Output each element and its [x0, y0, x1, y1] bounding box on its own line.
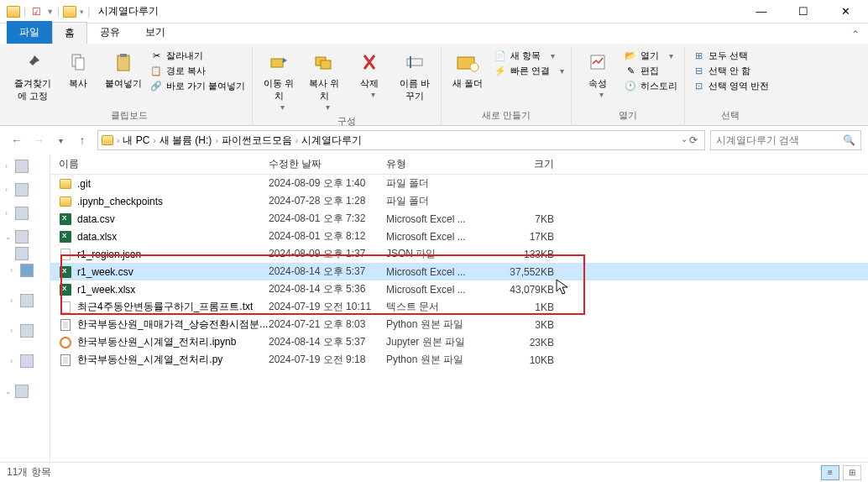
file-row[interactable]: r1_region.json2024-08-09 오후 1:37JSON 파일1…	[50, 245, 868, 263]
py-icon	[59, 354, 72, 367]
file-type: Python 원본 파일	[386, 353, 495, 367]
pin-to-quick-access-button[interactable]: 즐겨찾기에 고정	[12, 47, 54, 104]
column-header-name[interactable]: 이름	[50, 157, 269, 171]
file-date: 2024-07-19 오전 9:18	[269, 353, 386, 367]
nav-item[interactable]: ›	[2, 292, 48, 309]
nav-item[interactable]: ›	[2, 181, 48, 198]
column-header-date[interactable]: 수정한 날짜	[269, 157, 386, 171]
close-button[interactable]: ✕	[833, 3, 858, 20]
cut-button[interactable]: ✂잘라내기	[149, 49, 245, 62]
file-row[interactable]: 최근4주동안변동률구하기_프롬프트.txt2024-07-19 오전 10:11…	[50, 298, 868, 316]
refresh-button[interactable]: ⟳	[689, 134, 698, 146]
select-none-button[interactable]: ⊟선택 안 함	[692, 64, 769, 77]
minimize-button[interactable]: —	[749, 3, 774, 20]
breadcrumb-segment[interactable]: 시계열다루기	[298, 134, 365, 148]
paste-button[interactable]: 붙여넣기	[102, 47, 144, 92]
open-button[interactable]: 📂열기▾	[624, 49, 677, 62]
nav-forward-button[interactable]: →	[29, 130, 49, 150]
file-row[interactable]: .ipynb_checkpoints2024-07-28 오후 1:28파일 폴…	[50, 192, 868, 210]
invert-selection-button[interactable]: ⊡선택 영역 반전	[692, 79, 769, 92]
new-item-button[interactable]: 📄새 항목▾	[494, 49, 564, 62]
group-label: 열기	[619, 107, 637, 125]
file-type: Python 원본 파일	[386, 317, 495, 332]
nav-item[interactable]: ›	[2, 205, 48, 222]
edit-button[interactable]: ✎편집	[624, 64, 677, 77]
group-label: 구성	[337, 113, 356, 131]
excel-icon	[59, 230, 72, 244]
properties-button[interactable]: 속성▾	[577, 47, 619, 101]
rename-button[interactable]: 이름 바꾸기	[394, 47, 436, 104]
search-input[interactable]	[716, 134, 843, 146]
easy-access-button[interactable]: ⚡빠른 연결▾	[494, 64, 564, 77]
nav-item[interactable]: ⌄	[2, 383, 48, 400]
file-date: 2024-07-21 오후 8:03	[269, 317, 386, 332]
column-header-size[interactable]: 크기	[495, 157, 562, 171]
icons-view-button[interactable]: ⊞	[843, 465, 861, 480]
file-row[interactable]: 한국부동산원_시계열_전처리.py2024-07-19 오전 9:18Pytho…	[50, 351, 868, 369]
jup-icon	[59, 336, 72, 349]
nav-up-button[interactable]: ↑	[72, 130, 92, 150]
tab-home[interactable]: 홈	[52, 22, 87, 44]
search-box[interactable]: 🔍	[710, 130, 861, 150]
copy-to-button[interactable]: 복사 위치▾	[303, 47, 345, 113]
ribbon-collapse-button[interactable]: ⌃	[843, 25, 868, 44]
tab-share[interactable]: 공유	[87, 21, 133, 44]
select-all-button[interactable]: ⊞모두 선택	[692, 49, 769, 62]
navigation-pane[interactable]: › › › ⌄ › › › › ⌄	[0, 155, 50, 462]
details-view-button[interactable]: ≡	[821, 465, 839, 480]
group-label: 선택	[721, 107, 740, 125]
breadcrumb-segment[interactable]: 파이썬코드모음	[218, 134, 295, 148]
file-row[interactable]: r1_week.xlsx2024-08-14 오후 5:36Microsoft …	[50, 280, 868, 298]
file-name: r1_week.csv	[77, 266, 133, 278]
tab-view[interactable]: 보기	[133, 21, 178, 44]
qat-dropdown-icon[interactable]: ▾	[80, 8, 84, 16]
copy-button[interactable]: 복사	[57, 47, 99, 92]
easy-access-icon: ⚡	[494, 64, 507, 77]
chevron-right-icon: ›	[10, 357, 18, 365]
content-area: › › › ⌄ › › › › ⌄ 이름 수정한 날짜 유형 크기 .git20…	[0, 155, 868, 462]
history-button[interactable]: 🕐히스토리	[624, 79, 677, 92]
copy-path-button[interactable]: 📋경로 복사	[149, 64, 245, 77]
delete-button[interactable]: 삭제▾	[348, 47, 390, 101]
paste-shortcut-button[interactable]: 🔗바로 가기 붙여넣기	[149, 79, 245, 92]
history-icon: 🕐	[624, 79, 637, 92]
nav-item[interactable]: ›	[2, 158, 48, 175]
chevron-down-icon: ⌄	[5, 387, 13, 396]
new-folder-button[interactable]: 새 폴더	[447, 47, 489, 92]
nav-recent-button[interactable]: ▾	[50, 130, 71, 150]
select-all-icon: ⊞	[692, 49, 705, 62]
file-size: 10KB	[495, 354, 562, 366]
nav-back-button[interactable]: ←	[7, 130, 27, 150]
nav-item[interactable]: ›	[2, 322, 48, 339]
quick-access-toolbar: | ☑ ▼ | ▾ |	[7, 6, 90, 18]
breadcrumb-segment[interactable]: 내 PC	[119, 134, 153, 148]
move-to-button[interactable]: 이동 위치▾	[258, 47, 300, 113]
search-icon[interactable]: 🔍	[843, 134, 855, 146]
file-row[interactable]: 한국부동산원_매매가격_상승전환시점분...2024-07-21 오후 8:03…	[50, 316, 868, 333]
shortcut-icon: 🔗	[149, 79, 163, 92]
tab-file[interactable]: 파일	[7, 21, 52, 44]
file-row[interactable]: data.xlsx2024-08-01 오후 8:12Microsoft Exc…	[50, 228, 868, 245]
folder-icon	[59, 177, 72, 191]
status-text: 11개 항목	[7, 465, 51, 479]
qat-check-icon[interactable]: ☑	[29, 6, 43, 18]
ribbon-group-open: 속성▾ 📂열기▾ ✎편집 🕐히스토리 열기	[572, 47, 685, 125]
history-dropdown-button[interactable]: ⌄	[681, 134, 688, 146]
file-row[interactable]: .git2024-08-09 오후 1:40파일 폴더	[50, 175, 868, 192]
file-name: data.xlsx	[77, 231, 117, 243]
column-headers[interactable]: 이름 수정한 날짜 유형 크기	[50, 155, 868, 175]
svg-rect-4	[271, 59, 283, 67]
file-row[interactable]: 한국부동산원_시계열_전처리.ipynb2024-08-14 오후 5:37Ju…	[50, 333, 868, 351]
maximize-button[interactable]: ☐	[791, 3, 816, 20]
nav-item[interactable]: ⌄	[2, 228, 48, 245]
breadcrumb[interactable]: › 내 PC › 새 볼륨 (H:) › 파이썬코드모음 › 시계열다루기 ⌄ …	[97, 130, 705, 150]
file-row[interactable]: data.csv2024-08-01 오후 7:32Microsoft Exce…	[50, 210, 868, 228]
nav-item[interactable]	[2, 245, 48, 262]
file-row[interactable]: r1_week.csv2024-08-14 오후 5:37Microsoft E…	[50, 263, 868, 280]
qat-dropdown-icon[interactable]: ▼	[46, 8, 54, 16]
column-header-type[interactable]: 유형	[386, 157, 495, 171]
breadcrumb-segment[interactable]: 새 볼륨 (H:)	[156, 134, 216, 148]
nav-item[interactable]: ›	[2, 262, 48, 279]
nav-item[interactable]: ›	[2, 353, 48, 369]
chevron-right-icon: ›	[10, 266, 18, 275]
